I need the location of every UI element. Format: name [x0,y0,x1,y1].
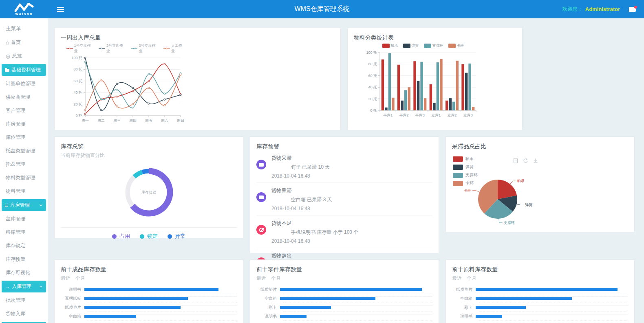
svg-text:立库1: 立库1 [431,113,441,117]
sidebar-item[interactable]: 托盘类型管理 [0,144,48,158]
sidebar-item[interactable]: 基础资料管理 [2,64,46,76]
hbar-row: 纸质垫片 [61,305,237,309]
app-header: watson WMS仓库管理系统 欢迎您： Administrator [0,0,644,18]
legend-item[interactable]: 异常 [168,233,185,240]
sidebar-item[interactable]: 货物入库 [0,307,48,321]
chart-legend: 轴承弹簧支撑环卡环 [364,43,483,48]
sidebar-item-label: 供应商管理 [6,94,30,101]
sidebar-item[interactable]: 库房管理 [2,199,46,211]
sidebar-item-label: 首页 [11,39,21,46]
sidebar-item[interactable]: 盘库管理 [0,212,48,226]
card-stagnant-ratio: 呆滞品总占比 轴承弹簧支撑环卡环 轴承弹簧支撑环卡环 [446,136,635,232]
sidebar-item[interactable]: 总览 [0,49,48,63]
sidebar-item-label: 总览 [12,53,22,59]
alert-description: 空白箱 已呆滞 3 天 [271,196,432,203]
overview-icon [6,54,10,59]
sidebar-item-label: 货物入库 [6,310,25,317]
card-subtitle: 最近一个月 [256,275,432,282]
sidebar-item-label: 库存可视化 [6,269,30,276]
chevron-down-icon [40,203,42,206]
stagnant-pie-chart: 轴承弹簧支撑环卡环 轴承弹簧支撑环卡环 [452,150,628,230]
hbar-row: 纸质垫片 [452,288,628,291]
sidebar-item-label: 库房管理 [10,202,30,209]
legend-item[interactable]: 支撑环 [424,43,443,48]
card-title: 物料分类统计表 [354,34,516,42]
card-top-parts: 前十零件库存数量 最近一个月 纸质垫片空白箱彩卡说明书 [250,259,439,323]
legend-item[interactable]: 卡环 [448,43,464,48]
menu-toggle-button[interactable] [55,4,66,15]
svg-text:立库3: 立库3 [463,113,473,117]
sidebar-item[interactable]: 入库管理 [2,281,46,292]
sidebar-item[interactable]: 首页 [0,36,48,49]
hbar-bar [280,306,331,309]
folder-icon [5,69,9,72]
sidebar-item[interactable]: 移库管理 [0,226,48,239]
sidebar-item[interactable]: 物料管理 [0,185,48,198]
hbar-bar [84,297,188,300]
download-icon[interactable] [533,158,538,165]
sidebar-item[interactable]: 批次管理 [0,294,48,307]
hbar-label: 瓦楞纸板 [61,296,84,301]
sidebar-item-label: 移库管理 [6,229,25,236]
alert-description: 钉子 已呆滞 10 天 [271,164,432,171]
svg-text:60 托: 60 托 [368,74,377,78]
sidebar-item[interactable]: 托盘管理 [0,158,48,171]
legend-item[interactable]: 占用 [112,233,130,240]
sidebar-item[interactable]: 库存锁定 [0,239,48,253]
top-finished-bar-chart: 说明书瓦楞纸板纸质垫片空白箱 [61,288,237,323]
svg-text:周五: 周五 [145,119,152,123]
app-title: WMS仓库管理系统 [294,5,349,13]
legend-item[interactable]: 锁定 [140,233,158,240]
svg-text:20 托: 20 托 [73,102,82,106]
legend-item[interactable]: 轴承 [382,43,398,48]
hbar-bar [476,315,502,318]
sidebar-menu: 主菜单首页总览基础资料管理计量单位管理供应商管理客户管理库房管理库位管理托盘类型… [0,22,48,323]
legend-item[interactable]: 弹簧 [403,43,419,48]
sidebar-item[interactable]: 库存可视化 [0,266,48,279]
top-raw-bar-chart: 纸质垫片空白箱彩卡说明书 [452,288,628,323]
hbar-bar [84,306,181,309]
sidebar-item-label: 库存预警 [6,256,25,263]
sidebar-item[interactable]: 供应商管理 [0,90,48,104]
sidebar-item[interactable]: 物料类型管理 [0,171,48,185]
sidebar-item[interactable]: 计量单位管理 [0,77,48,90]
box-icon [5,204,8,207]
svg-text:0 托: 0 托 [370,108,377,112]
svg-text:80 托: 80 托 [73,67,82,71]
notifications-icon[interactable] [629,7,636,12]
svg-text:周一: 周一 [82,119,89,123]
material-bar-chart: 轴承弹簧支撑环卡环0 托20 托40 托60 托80 托100 托平库1平库2平… [364,43,483,123]
card-title: 库存总览 [61,143,237,150]
brand-logo[interactable]: watson [0,0,48,18]
hbar-label: 纸质垫片 [61,305,84,310]
legend-item[interactable]: 人工作业 [163,43,185,54]
svg-text:60 托: 60 托 [73,79,82,83]
legend-item[interactable]: 轴承 [453,156,478,162]
sidebar-item-label: 托盘类型管理 [6,147,35,154]
line-chart-canvas: 0 托20 托40 托60 托80 托100 托周一周二周三周四周五周六周日 [66,54,185,126]
sidebar-item-label: 批次管理 [6,297,25,304]
hbar-row: 空白箱 [452,297,628,300]
svg-text:40 托: 40 托 [368,85,377,89]
hbar-label: 彩卡 [256,305,280,310]
legend-item[interactable]: 3号立库作业 [131,43,159,54]
legend-item[interactable]: 2号立库作业 [99,43,126,54]
svg-text:平库3: 平库3 [415,113,425,117]
sidebar-item[interactable]: 库房管理 [0,117,48,131]
sidebar-item[interactable]: 库存预警 [0,253,48,266]
current-username[interactable]: Administrator [585,6,620,12]
legend-item[interactable]: 1号立库作业 [66,43,94,54]
svg-text:周二: 周二 [97,119,105,123]
data-view-icon[interactable] [513,158,518,165]
sidebar-item[interactable]: 库位管理 [0,131,48,144]
sidebar-item-label: 入库管理 [12,283,31,290]
svg-text:平库1: 平库1 [383,113,393,117]
alert-title: 货物超出 [271,253,432,259]
message-icon [256,160,266,169]
alert-description: 手机说明书 库存量 小于 100 个 [271,229,432,236]
sidebar-item[interactable]: 客户管理 [0,104,48,117]
hbar-bar [476,297,572,300]
refresh-icon[interactable] [523,158,528,165]
sidebar-section-label: 主菜单 [0,22,48,36]
home-icon [6,40,9,45]
